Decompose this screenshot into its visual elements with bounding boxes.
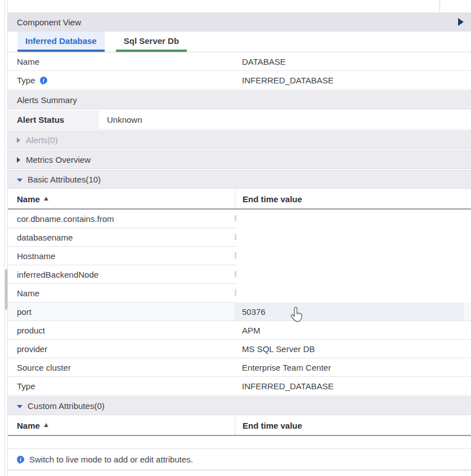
table-row[interactable]: product APM [8,321,471,340]
column-header-label: Name [17,421,40,430]
attr-value: INFERRED_DATABASE [235,377,471,395]
overview-label-text: Type [17,75,35,85]
attr-name: databasename [8,228,235,246]
alert-status-value: Unknown [98,110,142,129]
column-header-end-time-value[interactable]: End time value [235,190,302,208]
section-basic-attributes[interactable]: Basic Attributes(10) [8,170,471,189]
scrollbar-thumb[interactable] [5,269,7,310]
overview-label: Name [8,57,235,66]
attr-name: Type [8,377,235,395]
panel-header: Component View [8,12,471,32]
column-header-label: Name [17,194,40,204]
alert-status-label: Alert Status [8,110,98,129]
table-row[interactable]: inferredBackendNode [8,265,471,284]
section-label: Alerts(0) [26,135,58,145]
expand-panel-icon[interactable] [458,18,464,26]
left-gutter [0,0,8,476]
live-mode-note: i Switch to live mode to add or edit att… [8,449,471,470]
table-row[interactable]: Source cluster Enterprise Team Center [8,358,471,377]
attr-name: Source cluster [8,358,235,376]
attr-value [235,210,471,228]
tab-sql-server-db[interactable]: Sql Server Db [116,32,187,52]
column-header-end-time-value[interactable]: End time value [235,416,302,435]
table-row[interactable]: provider MS SQL Server DB [8,340,471,358]
tab-label: Inferred Database [25,36,97,46]
attr-value: Enterprise Team Center [235,358,471,376]
attr-value: 50376 [235,302,464,321]
sort-ascending-icon [44,197,48,201]
attr-name: provider [8,340,235,358]
alerts-summary-header: Alerts Summary [8,91,471,109]
column-header-name[interactable]: Name [8,190,235,208]
scrollbar-track-line [5,0,5,476]
attr-name: Hostname [8,247,235,265]
overview-value: INFERRED_DATABASE [235,75,334,85]
column-header-label: End time value [243,194,302,204]
info-letter: i [40,77,47,84]
triangle-right-icon [17,157,20,163]
table-row-port[interactable]: port 50376 [8,302,471,321]
alert-status-row: Alert Status Unknown [8,110,471,130]
attr-name: inferredBackendNode [8,265,235,283]
tab-inferred-database[interactable]: Inferred Database [17,32,105,52]
table-row[interactable]: Name [8,284,471,302]
attr-value [235,247,471,265]
component-view-panel: Component View Inferred Database Sql Ser… [8,12,471,470]
overview-label: Type i [8,75,235,85]
triangle-right-icon [17,137,20,143]
panel-title: Component View [17,17,81,27]
section-label: Custom Attributes(0) [28,401,105,411]
table-row[interactable]: databasename [8,228,471,247]
table-row[interactable]: Type INFERRED_DATABASE [8,377,471,395]
table-row[interactable]: cor.dbname.contains.from [8,210,471,228]
empty-table-body [8,436,471,449]
column-header-name[interactable]: Name [8,416,235,435]
tab-bar: Inferred Database Sql Server Db [8,32,471,52]
info-letter: i [17,456,24,463]
info-bubble-icon[interactable]: i [40,77,47,84]
attr-value: APM [235,321,471,339]
triangle-down-icon [17,405,23,408]
attr-value [235,265,471,283]
section-metrics-overview[interactable]: Metrics Overview [8,150,471,169]
table-row[interactable]: Hostname [8,247,471,265]
attr-value: MS SQL Server DB [235,340,471,358]
custom-table-header: Name End time value [8,416,471,436]
section-label: Metrics Overview [26,155,91,164]
attr-value [235,284,471,302]
column-header-label: End time value [243,421,302,430]
section-custom-attributes[interactable]: Custom Attributes(0) [8,397,471,415]
tab-label: Sql Server Db [124,36,179,46]
attr-name: cor.dbname.contains.from [8,210,235,228]
attr-name: product [8,321,235,339]
attributes-table-header: Name End time value [8,190,471,210]
attr-value [235,228,471,246]
overview-value: DATABASE [235,57,286,66]
background-divider [439,0,440,12]
info-bubble-icon: i [17,456,24,463]
section-alerts[interactable]: Alerts(0) [8,131,471,149]
overview-row-type: Type i INFERRED_DATABASE [8,71,471,90]
triangle-down-icon [17,179,23,182]
section-label: Basic Attributes(10) [28,175,101,184]
live-mode-note-text: Switch to live mode to add or edit attri… [29,455,193,464]
sort-ascending-icon [44,423,48,427]
attr-value-text: 50376 [242,307,266,317]
attr-name: Name [8,284,235,302]
attr-name: port [8,302,235,321]
overview-row-name: Name DATABASE [8,52,471,71]
alerts-summary-title: Alerts Summary [17,95,77,105]
